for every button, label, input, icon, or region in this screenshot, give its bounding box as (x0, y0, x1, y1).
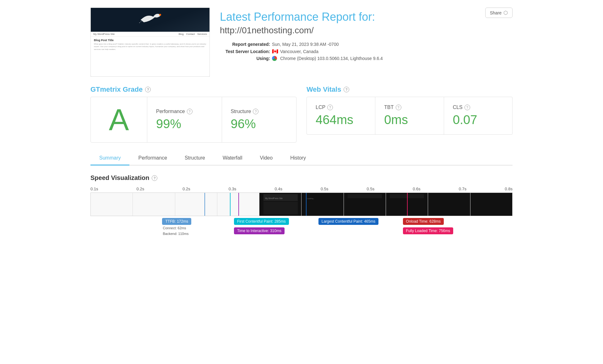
web-vitals-title: Web Vitals ? (307, 85, 513, 94)
fcp-badge: First Contentful Paint: 285ms (234, 218, 289, 225)
ttfb-marker: TTFB: 172ms Redirect: 0ms Connect: 62ms … (162, 218, 188, 237)
blog-title: Blog Post Title (94, 39, 206, 42)
svg-rect-11 (474, 194, 508, 215)
tl-05b: 0.5s (367, 187, 375, 191)
report-title: Latest Performance Report for: (220, 10, 513, 24)
blog-text: What goes into a blog post? Helpful, ind… (94, 43, 206, 51)
tl-01: 0.1s (90, 187, 98, 191)
lcp-label: LCP ? (316, 105, 366, 110)
performance-label: Performance ? (156, 109, 213, 114)
lcp-metric: LCP ? 464ms (307, 97, 375, 134)
frame-1 (91, 193, 133, 216)
frames-wrapper: My WordPress Site Loading... (90, 193, 513, 216)
lcp-value: 464ms (316, 113, 366, 127)
share-icon: ⬡ (503, 10, 508, 16)
markers-container: TTFB: 172ms Redirect: 0ms Connect: 62ms … (90, 218, 513, 246)
tabs-section: Summary Performance Structure Waterfall … (90, 151, 513, 166)
server-label: Test Server Location: (220, 49, 270, 54)
tab-history[interactable]: History (281, 151, 315, 166)
tab-structure[interactable]: Structure (176, 151, 214, 166)
tl-02: 0.2s (137, 187, 144, 191)
tbt-help-icon[interactable]: ? (396, 105, 401, 110)
lcp-help-icon[interactable]: ? (327, 105, 333, 110)
structure-label: Structure ? (231, 109, 288, 114)
tbt-label: TBT ? (384, 105, 435, 110)
structure-value: 96% (231, 117, 288, 131)
cls-help-icon[interactable]: ? (464, 105, 470, 110)
svg-rect-7 (348, 194, 382, 198)
gtmetrix-grade-box: GTmetrix Grade ? A Performance ? 99% (90, 85, 296, 143)
frame-content-icon2: Loading... (303, 194, 343, 215)
web-vitals-help-icon[interactable]: ? (344, 87, 349, 92)
tl-04: 0.4s (274, 187, 282, 191)
tl-06: 0.6s (413, 187, 421, 191)
share-button[interactable]: Share ⬡ (485, 8, 513, 18)
svg-text:My WordPress Site: My WordPress Site (265, 197, 283, 200)
using-value: Chrome (Desktop) 103.0.5060.134, Lightho… (280, 56, 383, 61)
connect-text: Connect: 62ms (163, 225, 188, 231)
gtmetrix-help-icon[interactable]: ? (145, 87, 151, 92)
bird-icon (138, 10, 163, 29)
thumbnail-nav: My WordPress Site Blog Contact Services (91, 32, 209, 37)
frame-8 (386, 193, 428, 216)
tl-08: 0.8s (505, 187, 513, 191)
frame-icon6 (471, 194, 511, 215)
web-vitals-box: Web Vitals ? LCP ? 464ms TBT ? 0ms (307, 85, 513, 143)
ttfb-badge: TTFB: 172ms (162, 218, 191, 225)
tab-video[interactable]: Video (251, 151, 282, 166)
page-wrapper: My WordPress Site Blog Contact Services … (82, 0, 521, 260)
performance-metric: Performance ? 99% (147, 97, 222, 142)
tl-03: 0.3s (229, 187, 236, 191)
svg-rect-10 (432, 194, 466, 215)
svg-point-0 (159, 14, 161, 16)
frame-2 (133, 193, 175, 216)
grade-letter: A (109, 105, 129, 135)
structure-help-icon[interactable]: ? (253, 109, 258, 114)
performance-help-icon[interactable]: ? (187, 109, 193, 114)
frame-6: Loading... (302, 193, 344, 216)
performance-value: 99% (156, 117, 213, 131)
share-label: Share (490, 10, 502, 15)
using-label: Using: (220, 56, 270, 61)
cls-value: 0.07 (453, 113, 503, 127)
grade-card: A Performance ? 99% Structure ? (90, 97, 296, 143)
frame-10 (470, 193, 512, 216)
speed-viz-title: Speed Visualization ? (90, 174, 513, 182)
tbt-metric: TBT ? 0ms (375, 97, 444, 134)
tbt-value: 0ms (384, 113, 435, 127)
svg-rect-4 (305, 194, 340, 215)
cls-metric: CLS ? 0.07 (444, 97, 512, 134)
backend-text: Backend: 110ms (163, 231, 188, 237)
tl-05: 0.5s (321, 187, 329, 191)
tab-waterfall[interactable]: Waterfall (214, 151, 251, 166)
report-meta: Report generated: Sun, May 21, 2023 9:38… (220, 42, 513, 61)
header-section: My WordPress Site Blog Contact Services … (90, 8, 513, 77)
canada-flag-icon: 🇨🇦 (272, 48, 278, 54)
grade-letter-section: A (91, 97, 147, 142)
frame-9 (428, 193, 470, 216)
frame-7 (344, 193, 386, 216)
nav-item: Contact (186, 33, 195, 35)
tl-02b: 0.2s (182, 187, 190, 191)
nav-item: My WordPress Site (93, 33, 115, 35)
svg-text:Loading...: Loading... (307, 198, 315, 199)
nav-item: Services (197, 33, 207, 35)
frame-content-icon: My WordPress Site (261, 194, 301, 215)
tab-performance[interactable]: Performance (129, 151, 176, 166)
speed-viz-help-icon[interactable]: ? (152, 175, 157, 181)
thumbnail-top (91, 8, 209, 32)
tl-07: 0.7s (459, 187, 467, 191)
frame-4 (217, 193, 259, 216)
frame-5: My WordPress Site (259, 193, 302, 216)
structure-metric: Structure ? 96% (222, 97, 296, 142)
tab-summary[interactable]: Summary (90, 151, 129, 166)
meta-generated-row: Report generated: Sun, May 21, 2023 9:38… (220, 42, 513, 47)
vitals-card: LCP ? 464ms TBT ? 0ms CLS ? (307, 97, 513, 135)
generated-value: Sun, May 21, 2023 9:38 AM -0700 (272, 42, 339, 47)
speed-viz-section: Speed Visualization ? 0.1s 0.2s 0.2s 0.3… (90, 174, 513, 246)
server-value: Vancouver, Canada (280, 49, 318, 54)
grades-section: GTmetrix Grade ? A Performance ? 99% (90, 85, 513, 143)
timeline-labels: 0.1s 0.2s 0.2s 0.3s 0.4s 0.5s 0.5s 0.6s … (90, 187, 513, 191)
thumbnail-content: Blog Post Title What goes into a blog po… (91, 37, 209, 76)
tti-badge: Time to Interactive: 310ms (234, 227, 285, 234)
